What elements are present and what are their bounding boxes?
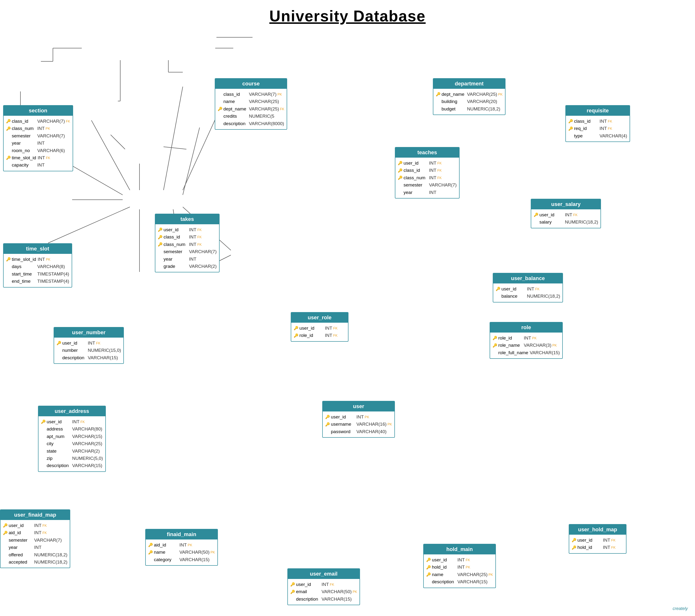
key-icon: 🔑: [325, 421, 330, 428]
field-type: INT: [37, 125, 45, 132]
key-icon: 🔑: [158, 242, 163, 248]
empty-icon: [6, 162, 11, 168]
key-icon: 🔑: [572, 537, 576, 543]
table-row: acceptedNUMERIC(18,2): [3, 559, 67, 566]
key-icon: 🔑: [436, 91, 441, 98]
key-icon: 🔑: [398, 167, 403, 174]
empty-icon: [492, 350, 497, 356]
field-name: name: [223, 98, 248, 105]
key-icon: 🔑: [492, 335, 497, 341]
table-row: semesterVARCHAR(7): [398, 181, 457, 189]
table-user_finaid_map: user_finaid_map🔑user_idINT FK🔑aid_idINT …: [0, 510, 70, 568]
table-row: salaryNUMERIC(18,2): [533, 218, 598, 226]
table-row: creditsNUMERIC(5: [218, 113, 284, 120]
table-user_address: user_address🔑user_idINT FK addressVARCHA…: [38, 406, 106, 472]
table-row: descriptionVARCHAR(15): [56, 354, 121, 362]
empty-icon: [41, 448, 46, 454]
table-header-requisite: requisite: [566, 106, 630, 116]
empty-icon: [218, 113, 222, 120]
field-type: VARCHAR(50): [180, 549, 209, 556]
table-row: descriptionVARCHAR(15): [290, 596, 357, 603]
field-type: NUMERIC(15,0): [88, 347, 121, 354]
key-icon: 🔑: [3, 530, 8, 536]
key-badge: PK: [46, 257, 51, 262]
field-name: user_id: [300, 324, 323, 332]
field-name: password: [331, 428, 355, 435]
empty-icon: [496, 293, 501, 300]
field-name: days: [12, 263, 36, 270]
table-row: 🔑user_idINT FK: [398, 160, 457, 167]
field-name: req_id: [574, 125, 598, 132]
empty-icon: [41, 463, 46, 469]
key-icon: 🔑: [294, 333, 299, 339]
table-header-user_number: user_number: [54, 328, 123, 338]
field-name: class_id: [404, 167, 428, 174]
field-type: NUMERIC(18,2): [527, 293, 560, 300]
field-name: end_time: [12, 278, 36, 285]
field-type: INT: [565, 211, 572, 218]
field-type: VARCHAR(7): [37, 132, 65, 139]
table-teaches: teaches🔑user_idINT FK🔑class_idINT FK🔑cla…: [395, 147, 460, 199]
empty-icon: [41, 455, 46, 462]
empty-icon: [3, 545, 8, 551]
table-user_number: user_number🔑user_idINT FK numberNUMERIC(…: [54, 327, 124, 364]
field-name: year: [9, 544, 33, 551]
key-badge: PK: [387, 421, 392, 427]
empty-icon: [398, 189, 403, 196]
empty-icon: [325, 429, 330, 435]
key-badge: FK: [198, 234, 202, 240]
field-name: user_id: [296, 581, 320, 588]
table-section: section🔑class_idVARCHAR(7) FK🔑class_numI…: [3, 105, 73, 171]
field-name: user_id: [404, 160, 428, 167]
field-name: semester: [9, 537, 33, 544]
key-icon: 🔑: [568, 126, 573, 132]
table-row: 🔑user_idINT FK: [290, 581, 357, 588]
key-badge: PK: [353, 589, 357, 594]
field-name: user_id: [577, 537, 601, 544]
field-name: aid_id: [9, 529, 33, 536]
connectors-svg: [0, 0, 695, 616]
field-type: INT: [325, 324, 332, 332]
field-name: time_slot_id: [12, 256, 36, 263]
field-name: name: [432, 571, 456, 578]
field-type: INT: [180, 542, 187, 549]
table-row: 🔑nameVARCHAR(25) PK: [426, 571, 493, 578]
table-row: 🔑class_numINT FK: [398, 174, 457, 181]
empty-icon: [426, 579, 431, 585]
field-name: state: [47, 448, 71, 455]
empty-icon: [218, 99, 222, 105]
table-row: 🔑class_numINT PK: [6, 125, 70, 132]
table-row: capacityINT: [6, 162, 70, 169]
key-badge: FK: [535, 286, 540, 292]
key-icon: 🔑: [148, 549, 153, 555]
table-header-user: user: [323, 401, 394, 412]
table-row: yearINT: [398, 189, 457, 196]
table-row: 🔑aid_idINT FK: [3, 529, 67, 536]
table-row: categoryVARCHAR(15): [148, 556, 215, 563]
table-row: 🔑user_idINT FK: [533, 211, 598, 218]
field-name: class_id: [574, 118, 598, 125]
empty-icon: [6, 133, 11, 139]
key-badge: FK: [280, 106, 284, 112]
key-icon: 🔑: [158, 234, 163, 240]
key-icon: 🔑: [56, 340, 61, 346]
table-row: cityVARCHAR(25): [41, 440, 103, 447]
field-type: VARCHAR(15): [72, 433, 102, 440]
empty-icon: [6, 278, 11, 285]
field-name: email: [296, 588, 320, 595]
table-row: 🔑class_idINT FK: [158, 233, 217, 240]
field-name: capacity: [12, 162, 36, 169]
key-icon: 🔑: [148, 542, 153, 548]
field-name: accepted: [9, 559, 33, 566]
field-name: room_no: [12, 147, 36, 154]
table-user_balance: user_balance🔑user_idINT FK balanceNUMERI…: [493, 273, 563, 302]
field-name: balance: [502, 293, 525, 300]
table-row: 🔑nameVARCHAR(50) PK: [148, 549, 215, 556]
field-type: VARCHAR(15): [322, 596, 352, 603]
field-type: VARCHAR(3): [524, 342, 552, 349]
key-badge: FK: [466, 557, 470, 563]
table-row: nameVARCHAR(25): [218, 98, 284, 105]
field-name: class_id: [12, 118, 36, 125]
table-user_salary: user_salary🔑user_idINT FK salaryNUMERIC(…: [531, 199, 601, 228]
field-name: offered: [9, 551, 33, 559]
